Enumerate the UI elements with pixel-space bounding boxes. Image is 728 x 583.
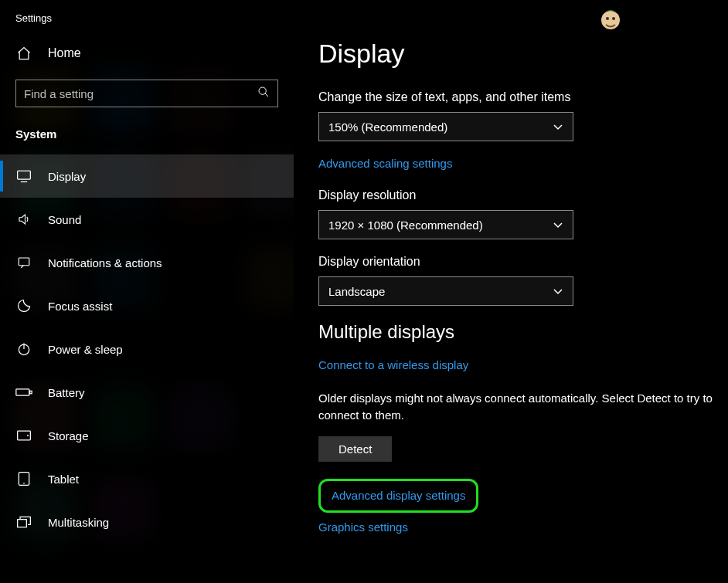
sidebar-item-label: Battery — [48, 386, 85, 399]
sidebar-item-label: Display — [48, 170, 86, 183]
scale-label: Change the size of text, apps, and other… — [318, 90, 722, 104]
scale-value: 150% (Recommended) — [328, 120, 447, 134]
wireless-display-link[interactable]: Connect to a wireless display — [318, 358, 468, 371]
battery-icon — [15, 387, 32, 398]
sidebar-item-label: Notifications & actions — [48, 256, 162, 269]
orientation-value: Landscape — [328, 285, 385, 298]
window-title: Settings — [0, 8, 294, 30]
orientation-dropdown[interactable]: Landscape — [318, 276, 573, 306]
sidebar-item-label: Multitasking — [48, 516, 109, 529]
svg-point-1 — [606, 17, 609, 20]
svg-line-4 — [265, 93, 268, 97]
sidebar-item-battery[interactable]: Battery — [0, 371, 294, 414]
detect-button[interactable]: Detect — [318, 436, 392, 462]
main-content: Display Change the size of text, apps, a… — [294, 0, 728, 583]
svg-point-13 — [27, 435, 29, 436]
notifications-icon — [15, 256, 32, 269]
advanced-scaling-link[interactable]: Advanced scaling settings — [318, 157, 452, 170]
resolution-dropdown[interactable]: 1920 × 1080 (Recommended) — [318, 210, 573, 239]
svg-point-3 — [259, 87, 266, 94]
home-icon — [15, 46, 32, 61]
sidebar-item-label: Focus assist — [48, 300, 112, 313]
multiple-displays-heading: Multiple displays — [318, 321, 722, 343]
search-icon — [257, 86, 270, 101]
svg-rect-16 — [18, 520, 27, 527]
sidebar: Settings Home System Display Sound Notif… — [0, 0, 294, 583]
sidebar-item-focus-assist[interactable]: Focus assist — [0, 284, 294, 327]
graphics-settings-link[interactable]: Graphics settings — [318, 520, 408, 534]
multitasking-icon — [15, 515, 32, 529]
chevron-down-icon — [553, 120, 563, 134]
advanced-display-settings-link[interactable]: Advanced display settings — [332, 489, 465, 502]
scale-dropdown[interactable]: 150% (Recommended) — [318, 112, 573, 141]
sidebar-item-power-sleep[interactable]: Power & sleep — [0, 327, 294, 371]
storage-icon — [15, 429, 32, 442]
sidebar-item-tablet[interactable]: Tablet — [0, 457, 294, 500]
home-label: Home — [48, 46, 81, 60]
svg-rect-11 — [30, 391, 32, 393]
sidebar-item-label: Power & sleep — [48, 343, 123, 356]
resolution-value: 1920 × 1080 (Recommended) — [328, 219, 483, 232]
tablet-icon — [15, 471, 32, 486]
home-nav[interactable]: Home — [0, 30, 294, 72]
svg-rect-7 — [19, 258, 29, 266]
sidebar-item-notifications[interactable]: Notifications & actions — [0, 241, 294, 284]
sidebar-item-label: Sound — [48, 213, 81, 226]
svg-rect-5 — [18, 171, 31, 179]
older-displays-text: Older displays might not always connect … — [318, 390, 720, 424]
resolution-label: Display resolution — [318, 188, 722, 202]
sidebar-item-display[interactable]: Display — [0, 154, 294, 198]
moon-icon — [15, 298, 32, 314]
svg-point-2 — [612, 17, 615, 20]
chevron-down-icon — [553, 285, 563, 298]
orientation-label: Display orientation — [318, 255, 722, 269]
category-heading: System — [0, 120, 294, 154]
sidebar-item-multitasking[interactable]: Multitasking — [0, 500, 294, 544]
sidebar-item-label: Storage — [48, 429, 89, 442]
sidebar-item-storage[interactable]: Storage — [0, 414, 294, 457]
chevron-down-icon — [553, 219, 563, 232]
sound-icon — [15, 212, 32, 226]
user-avatar — [595, 3, 626, 34]
page-title: Display — [318, 39, 722, 69]
search-input[interactable] — [24, 87, 257, 100]
power-icon — [15, 341, 32, 357]
display-icon — [15, 169, 32, 183]
svg-rect-10 — [16, 389, 29, 395]
search-box[interactable] — [15, 80, 278, 107]
highlight-box: Advanced display settings — [318, 479, 478, 513]
sidebar-item-sound[interactable]: Sound — [0, 198, 294, 241]
sidebar-item-label: Tablet — [48, 473, 79, 486]
